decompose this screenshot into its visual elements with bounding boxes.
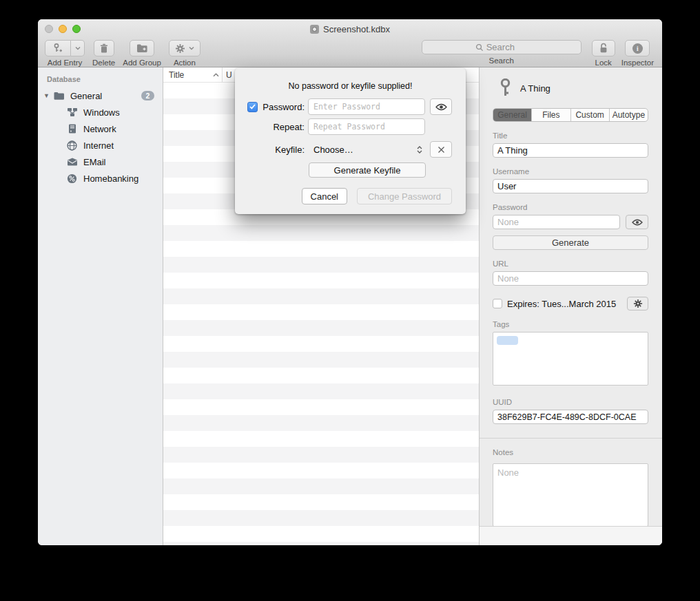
- action-label: Action: [174, 59, 196, 67]
- title-label: Title: [493, 131, 648, 140]
- sidebar-section-header: Database: [38, 74, 163, 87]
- generate-keyfile-button[interactable]: Generate Keyfile: [309, 162, 426, 178]
- enter-password-field[interactable]: [308, 98, 425, 115]
- inspector-panel: A Thing General Files Custom Autotype Ti…: [479, 67, 662, 545]
- sidebar-item-network[interactable]: Network: [38, 120, 163, 137]
- eye-icon: [435, 103, 447, 111]
- server-icon: [66, 123, 78, 135]
- sidebar-item-label: Internet: [83, 140, 114, 151]
- search-input[interactable]: [486, 42, 528, 52]
- add-group-button[interactable]: [130, 40, 154, 56]
- repeat-row: Repeat:: [235, 118, 466, 135]
- lock-label: Lock: [595, 59, 612, 67]
- notes-label: Notes: [493, 448, 648, 456]
- inspector-button[interactable]: i: [625, 40, 650, 56]
- window-chrome: Screenshot.kdbx: [38, 19, 662, 67]
- action-button[interactable]: [169, 40, 200, 56]
- sidebar-item-label: General: [70, 91, 102, 101]
- disclosure-triangle-icon[interactable]: ▼: [43, 92, 53, 99]
- toolbar-item-delete: Delete: [92, 40, 115, 67]
- tab-general[interactable]: General: [493, 109, 531, 121]
- percent-circle-icon: [66, 173, 78, 184]
- notes-field[interactable]: [493, 463, 648, 527]
- dialog-actions: Cancel Change Password: [235, 188, 466, 204]
- generate-password-button[interactable]: Generate: [493, 235, 648, 250]
- tags-field[interactable]: [493, 332, 648, 386]
- column-header-title[interactable]: Title: [163, 67, 223, 82]
- close-x-icon: [438, 146, 445, 154]
- sidebar: Database ▼ General 2 Win: [38, 67, 163, 545]
- expires-label: Expires: Tues...March 2015: [507, 299, 616, 309]
- search-label: Search: [488, 56, 513, 65]
- search-input-wrap: [422, 40, 581, 54]
- chevron-down-icon: [189, 46, 194, 50]
- add-entry-dropdown[interactable]: [71, 40, 85, 56]
- sidebar-item-label: Network: [83, 124, 116, 134]
- cancel-button[interactable]: Cancel: [302, 188, 347, 204]
- toolbar-item-add-entry: Add Entry: [45, 40, 85, 67]
- url-field[interactable]: [493, 271, 648, 286]
- keyfile-label: Keyfile:: [258, 145, 308, 155]
- window-title-area: Screenshot.kdbx: [38, 19, 662, 39]
- entry-count-badge: 2: [141, 91, 154, 101]
- sidebar-item-windows[interactable]: Windows: [38, 104, 163, 120]
- app-window: Screenshot.kdbx: [38, 19, 662, 545]
- toolbar-item-inspector: i Inspector: [621, 40, 654, 67]
- reveal-password-button[interactable]: [626, 215, 648, 229]
- document-icon: [310, 25, 319, 34]
- sidebar-item-general[interactable]: ▼ General 2: [38, 87, 163, 104]
- toolbar-item-action: Action: [169, 40, 200, 67]
- check-icon: [249, 104, 256, 109]
- repeat-password-field[interactable]: [308, 118, 425, 135]
- info-icon: i: [632, 43, 643, 54]
- tab-custom[interactable]: Custom: [570, 109, 609, 121]
- tag-token[interactable]: [497, 336, 518, 345]
- password-row: Password:: [235, 98, 466, 115]
- sidebar-item-homebanking[interactable]: Homebanking: [38, 170, 163, 187]
- window-title: Screenshot.kdbx: [323, 24, 390, 34]
- sort-ascending-icon: [213, 73, 219, 77]
- clear-keyfile-button[interactable]: [430, 141, 452, 158]
- globe-icon: [66, 140, 78, 151]
- folder-icon: [53, 90, 65, 102]
- toolbar: Add Entry Delete: [38, 39, 662, 67]
- uuid-label: UUID: [493, 398, 648, 406]
- envelope-icon: [66, 156, 78, 168]
- toolbar-item-lock: Lock: [592, 40, 615, 67]
- reveal-password-button[interactable]: [430, 98, 452, 115]
- username-field[interactable]: [493, 179, 648, 193]
- tab-files[interactable]: Files: [531, 109, 570, 121]
- open-padlock-icon: [599, 43, 608, 54]
- url-label: URL: [493, 260, 648, 268]
- titlebar: Screenshot.kdbx: [38, 19, 662, 39]
- gear-icon: [175, 43, 185, 54]
- expires-checkbox[interactable]: [493, 299, 502, 308]
- sidebar-item-label: Homebanking: [83, 173, 138, 184]
- sidebar-item-email[interactable]: EMail: [38, 154, 163, 170]
- title-field[interactable]: [493, 143, 648, 158]
- password-field[interactable]: [493, 215, 620, 229]
- username-label: Username: [493, 167, 648, 176]
- dialog-message: No password or keyfile supplied!: [235, 68, 466, 91]
- delete-button[interactable]: [94, 40, 114, 56]
- trash-icon: [99, 43, 109, 54]
- key-plus-icon: [52, 43, 63, 54]
- sidebar-item-internet[interactable]: Internet: [38, 137, 163, 154]
- tags-label: Tags: [493, 320, 648, 328]
- add-entry-button[interactable]: [45, 40, 71, 56]
- password-checkbox[interactable]: [247, 102, 258, 112]
- inspector-footer: [480, 526, 662, 545]
- change-password-sheet: No password or keyfile supplied! Passwor…: [235, 68, 466, 214]
- content-area: Database ▼ General 2 Win: [38, 67, 662, 545]
- lock-button[interactable]: [592, 40, 615, 56]
- expires-row: Expires: Tues...March 2015: [493, 297, 648, 310]
- uuid-field[interactable]: [493, 410, 648, 424]
- add-group-label: Add Group: [123, 59, 161, 67]
- tab-autotype[interactable]: Autotype: [609, 109, 648, 121]
- expires-settings-button[interactable]: [627, 297, 648, 310]
- change-password-button[interactable]: Change Password: [357, 188, 452, 204]
- repeat-label: Repeat:: [258, 122, 308, 132]
- column-header-username[interactable]: U: [223, 70, 232, 80]
- keyfile-popup[interactable]: Choose…: [308, 145, 425, 155]
- add-entry-label: Add Entry: [48, 59, 83, 67]
